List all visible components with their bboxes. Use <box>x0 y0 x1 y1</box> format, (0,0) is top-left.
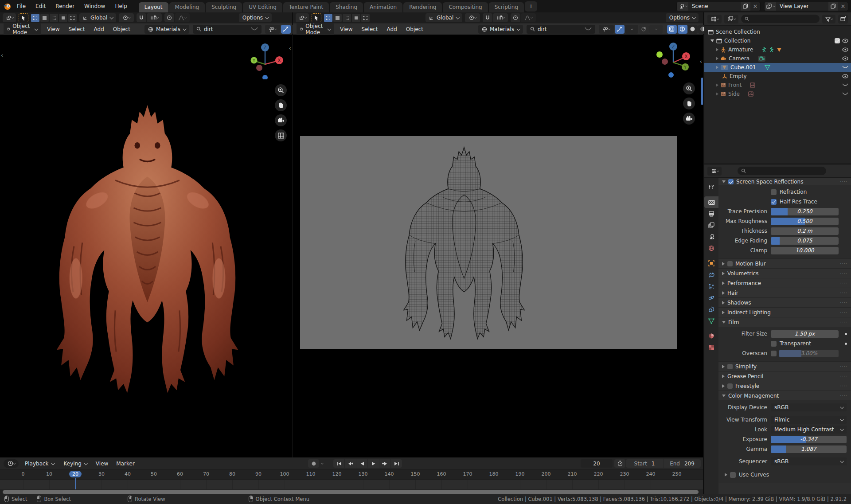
tab-physics[interactable] <box>704 292 718 304</box>
editor-type-properties-button[interactable] <box>707 167 722 176</box>
thickness-field[interactable]: 0.2 m <box>771 227 839 235</box>
sequencer-select[interactable]: sRGB <box>771 457 847 465</box>
add-workspace-button[interactable]: + <box>525 1 537 12</box>
object-visibility-dropdown[interactable] <box>265 25 280 34</box>
look-select[interactable]: Medium High Contrast <box>771 426 847 434</box>
display-device-select[interactable]: sRGB <box>771 403 847 411</box>
mode-dropdown-right[interactable]: Object Mode <box>297 22 334 37</box>
view-layer-icon[interactable] <box>765 2 776 11</box>
visibility-eye-icon[interactable] <box>842 47 848 52</box>
animate-dot[interactable] <box>845 333 847 335</box>
editor-type-3dview-button[interactable] <box>3 13 16 22</box>
view-transform-select[interactable]: Filmic <box>771 416 847 424</box>
viewport-search-input[interactable] <box>204 26 248 32</box>
materials-filter-dropdown-right[interactable]: Materials <box>478 25 523 34</box>
shading-solid-button[interactable] <box>688 25 698 34</box>
panel-grip[interactable]: ···· <box>840 300 847 305</box>
trace-precision-slider[interactable]: 0.250 <box>771 208 839 215</box>
pivot-point-dropdown[interactable] <box>119 13 134 22</box>
snap-settings-dropdown[interactable] <box>147 13 162 22</box>
motion-blur-checkbox[interactable] <box>727 261 733 266</box>
current-frame-field[interactable]: 20 <box>581 459 613 468</box>
section-motion-blur[interactable]: Motion Blur···· <box>718 258 851 268</box>
overscan-slider[interactable]: 3.00% <box>779 350 839 357</box>
select-mode-circle-right[interactable] <box>343 14 351 22</box>
camera-view-button-right[interactable] <box>683 113 695 125</box>
pan-hand-button-right[interactable] <box>683 98 695 109</box>
tab-animation[interactable]: Animation <box>364 2 402 12</box>
current-frame-badge[interactable]: 20 <box>69 471 82 477</box>
timeline-channels[interactable] <box>0 480 703 489</box>
tab-texture[interactable] <box>704 342 718 353</box>
panel-grip[interactable]: ···· <box>840 393 847 398</box>
menu-file[interactable]: File <box>12 2 30 11</box>
visibility-eye-icon[interactable] <box>842 39 848 43</box>
timeline-view-menu[interactable]: View <box>93 459 111 468</box>
play-button[interactable] <box>368 459 379 468</box>
section-grease-pencil[interactable]: Grease Pencil···· <box>718 371 851 381</box>
max-roughness-slider[interactable]: 0.500 <box>771 218 839 225</box>
section-performance[interactable]: Performance···· <box>718 278 851 288</box>
menu-window[interactable]: Window <box>80 2 109 11</box>
prev-keyframe-button[interactable] <box>345 459 356 468</box>
proportional-edit-toggle-right[interactable] <box>511 13 520 22</box>
visibility-closed-eye-icon[interactable] <box>842 83 848 87</box>
start-frame-field[interactable]: Start1 <box>626 459 663 468</box>
creature-wireframe[interactable] <box>378 141 550 348</box>
pivot-point-dropdown-right[interactable] <box>465 13 480 22</box>
shading-wireframe-button[interactable] <box>678 25 687 34</box>
section-indirect-lighting[interactable]: Indirect Lighting···· <box>718 307 851 317</box>
snap-toggle-right[interactable] <box>483 13 492 22</box>
transform-orientation-dropdown[interactable]: Global <box>79 13 116 22</box>
editor-type-timeline-button[interactable] <box>4 459 19 468</box>
view-layer-name[interactable]: View Layer <box>776 3 828 9</box>
tab-compositing[interactable]: Compositing <box>443 2 488 12</box>
playback-menu[interactable]: Playback <box>21 459 58 468</box>
menu-edit[interactable]: Edit <box>31 2 50 11</box>
panel-grip[interactable]: ···· <box>840 374 847 379</box>
sidebar-expand-arrow-left[interactable]: ‹ <box>289 45 291 51</box>
panel-grip[interactable]: ···· <box>840 261 847 266</box>
active-tool-select-icon-right[interactable] <box>312 13 321 22</box>
panel-grip[interactable]: ···· <box>840 271 847 276</box>
visibility-closed-eye-icon[interactable] <box>842 92 848 96</box>
outliner-item-camera[interactable]: Camera <box>704 54 851 63</box>
pan-hand-button[interactable] <box>275 99 287 111</box>
tab-particles[interactable] <box>704 281 718 292</box>
select-menu-right[interactable]: Select <box>359 25 381 34</box>
visibility-closed-eye-icon[interactable] <box>842 66 848 69</box>
panel-grip[interactable]: ···· <box>840 281 847 285</box>
gamma-slider[interactable]: 1.087 <box>771 445 847 453</box>
section-shadows[interactable]: Shadows···· <box>718 297 851 307</box>
creature-model[interactable] <box>47 76 248 426</box>
tab-view-layer[interactable] <box>704 219 718 231</box>
select-mode-lasso-right[interactable] <box>352 14 360 22</box>
keying-menu[interactable]: Keying <box>60 459 90 468</box>
select-mode-lasso[interactable] <box>59 14 67 22</box>
panel-grip[interactable]: ···· <box>840 383 847 388</box>
section-color-management[interactable]: Color Management···· <box>718 391 851 400</box>
exposure-slider[interactable]: -0.347 <box>771 436 847 443</box>
gizmo-dropdown-right[interactable] <box>625 25 638 34</box>
view-layer-new-button[interactable] <box>828 2 838 11</box>
viewport-canvas-right[interactable]: Z X Y ‹ <box>293 35 703 457</box>
tab-scene[interactable] <box>704 231 718 242</box>
simplify-checkbox[interactable] <box>727 364 733 369</box>
viewport-search-right[interactable] <box>527 25 595 34</box>
viewport-canvas-left[interactable]: Z X Y ‹ ‹ <box>0 35 292 457</box>
tab-constraints[interactable] <box>704 304 718 315</box>
view-layer-remove-button[interactable]: ✕ <box>838 2 848 11</box>
select-mode-tweak[interactable] <box>31 14 39 22</box>
tab-output[interactable] <box>704 208 718 219</box>
tab-render[interactable] <box>704 196 718 208</box>
select-mode-tweak-right[interactable] <box>324 14 332 22</box>
object-visibility-dropdown-right[interactable] <box>599 25 614 34</box>
edge-fading-slider[interactable]: 0.075 <box>771 237 839 245</box>
scene-icon[interactable] <box>677 2 688 11</box>
select-mode-extend-right[interactable] <box>361 14 370 22</box>
zoom-button[interactable] <box>275 84 287 96</box>
snap-toggle[interactable] <box>137 13 146 22</box>
add-menu[interactable]: Add <box>91 25 107 34</box>
select-menu[interactable]: Select <box>66 25 88 34</box>
tab-scripting[interactable]: Scripting <box>489 2 524 12</box>
